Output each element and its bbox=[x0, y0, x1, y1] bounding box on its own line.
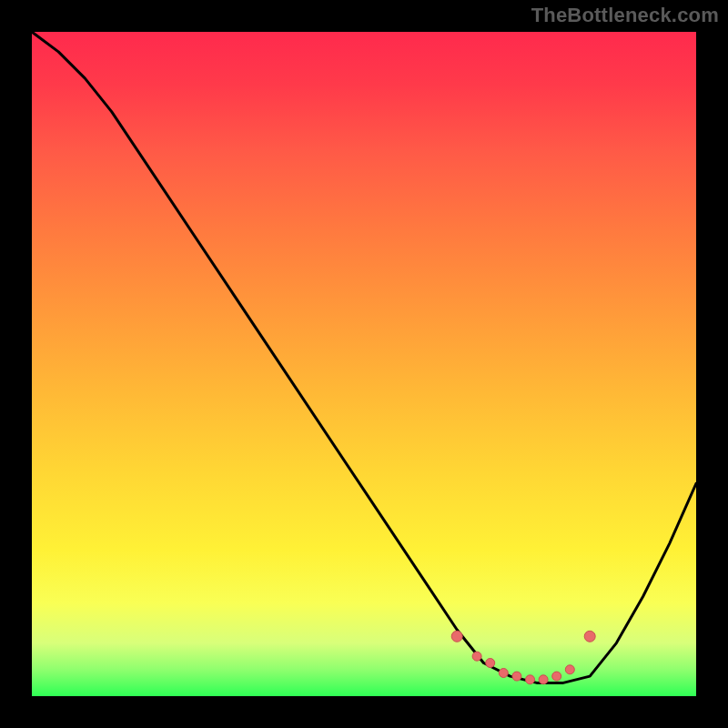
bottleneck-curve bbox=[32, 32, 696, 682]
valley-marker bbox=[512, 672, 521, 681]
chart-frame: TheBottleneck.com bbox=[0, 0, 728, 728]
valley-marker bbox=[565, 665, 574, 674]
valley-marker bbox=[486, 659, 495, 668]
valley-marker bbox=[499, 669, 508, 678]
valley-marker bbox=[539, 675, 548, 684]
valley-marker bbox=[472, 652, 481, 661]
valley-marker bbox=[451, 631, 462, 642]
curve-layer bbox=[32, 32, 696, 696]
valley-marker bbox=[584, 631, 595, 642]
valley-marker bbox=[526, 675, 535, 684]
watermark-text: TheBottleneck.com bbox=[531, 4, 719, 27]
valley-marker bbox=[552, 672, 561, 681]
marker-group bbox=[451, 631, 595, 684]
